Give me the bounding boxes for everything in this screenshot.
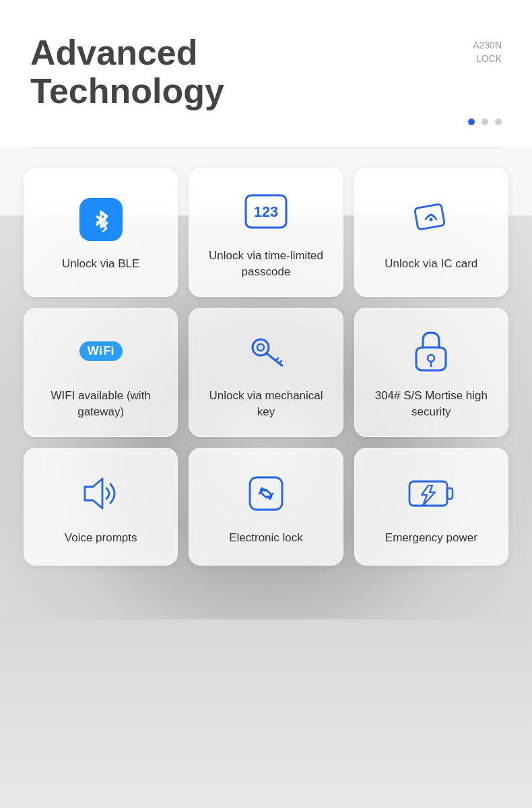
keypad-icon: 123 bbox=[242, 187, 290, 236]
card-electronic[interactable]: Electronic lock bbox=[189, 448, 343, 566]
card-ble-label: Unlock via BLE bbox=[62, 256, 139, 272]
model-label: A230NLOCK bbox=[473, 39, 502, 65]
speaker-icon bbox=[77, 469, 125, 518]
link-icon bbox=[242, 469, 290, 518]
card-ble[interactable]: Unlock via BLE bbox=[24, 168, 178, 297]
card-passcode-label: Unlock via time-limited passcode bbox=[200, 248, 331, 280]
battery-icon bbox=[407, 469, 455, 518]
svg-line-12 bbox=[279, 361, 281, 364]
svg-text:123: 123 bbox=[254, 203, 279, 220]
grid-row1: Unlock via BLE 123 Unlock via time-limit… bbox=[0, 147, 532, 297]
grid-row3: Voice prompts Electronic lock bbox=[0, 437, 532, 586]
svg-line-10 bbox=[267, 354, 282, 366]
svg-line-11 bbox=[275, 358, 278, 361]
card-mechanical-label: Unlock via mechanical key bbox=[200, 388, 331, 420]
card-wifi-label: WIFI available (with gateway) bbox=[35, 388, 166, 420]
card-electronic-label: Electronic lock bbox=[229, 530, 303, 546]
svg-point-14 bbox=[428, 355, 434, 362]
card-iccard[interactable]: Unlock via IC card bbox=[354, 168, 508, 297]
grid-row2: Wi Fi WIFI available (with gateway) bbox=[0, 297, 532, 437]
lock-icon bbox=[407, 327, 455, 376]
svg-marker-16 bbox=[85, 479, 102, 508]
pagination-dot-3[interactable] bbox=[495, 119, 502, 125]
pagination-dot-1[interactable] bbox=[468, 119, 475, 125]
pagination bbox=[30, 119, 502, 133]
svg-point-7 bbox=[430, 218, 433, 222]
card-mechanical[interactable]: Unlock via mechanical key bbox=[189, 308, 343, 437]
page-title-line2: Technology bbox=[30, 72, 224, 110]
bluetooth-icon bbox=[77, 195, 125, 244]
svg-rect-19 bbox=[447, 488, 453, 499]
svg-rect-17 bbox=[250, 477, 282, 510]
card-iccard-label: Unlock via IC card bbox=[385, 256, 477, 272]
card-emergency-label: Emergency power bbox=[385, 530, 477, 546]
key-icon bbox=[242, 327, 290, 376]
header: Advanced Technology A230NLOCK bbox=[0, 0, 532, 147]
page-title-line1: Advanced bbox=[30, 34, 224, 72]
wifi-icon: Wi Fi bbox=[77, 327, 125, 376]
svg-rect-6 bbox=[415, 204, 445, 230]
pagination-dot-2[interactable] bbox=[481, 119, 488, 125]
card-voice[interactable]: Voice prompts bbox=[24, 448, 178, 566]
card-mortise[interactable]: 304# S/S Mortise high security bbox=[354, 308, 508, 437]
card-voice-label: Voice prompts bbox=[65, 530, 137, 546]
card-mortise-label: 304# S/S Mortise high security bbox=[366, 388, 497, 420]
card-icon bbox=[407, 195, 455, 244]
card-emergency[interactable]: Emergency power bbox=[354, 448, 508, 566]
card-wifi[interactable]: Wi Fi WIFI available (with gateway) bbox=[24, 308, 178, 437]
svg-point-9 bbox=[257, 344, 264, 351]
card-passcode[interactable]: 123 Unlock via time-limited passcode bbox=[189, 168, 343, 297]
